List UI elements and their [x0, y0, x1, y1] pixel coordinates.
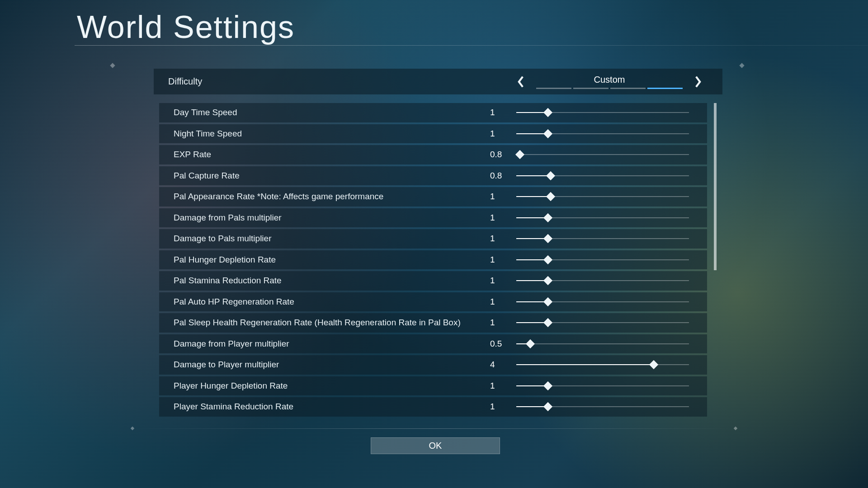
- setting-row: Night Time Speed1: [159, 124, 707, 144]
- setting-label: Pal Appearance Rate *Note: Affects game …: [174, 192, 383, 202]
- difficulty-value: Custom: [594, 75, 625, 85]
- setting-label: EXP Rate: [174, 150, 211, 160]
- slider-thumb[interactable]: [543, 276, 552, 285]
- slider-thumb[interactable]: [546, 192, 555, 201]
- setting-slider[interactable]: [516, 107, 689, 118]
- chevron-left-icon[interactable]: [514, 75, 527, 88]
- setting-row: Pal Sleep Health Regeneration Rate (Heal…: [159, 313, 707, 333]
- setting-label: Damage to Pals multiplier: [174, 234, 271, 244]
- difficulty-label: Difficulty: [168, 76, 202, 87]
- slider-thumb[interactable]: [543, 213, 552, 222]
- setting-slider[interactable]: [516, 317, 689, 328]
- settings-list: Day Time Speed1Night Time Speed1EXP Rate…: [159, 103, 712, 419]
- slider-thumb[interactable]: [543, 255, 552, 264]
- scrollbar[interactable]: [714, 103, 717, 419]
- setting-label: Pal Auto HP Regeneration Rate: [174, 297, 294, 307]
- setting-row: Damage to Pals multiplier1: [159, 229, 707, 249]
- setting-label: Night Time Speed: [174, 129, 242, 139]
- setting-row: Pal Appearance Rate *Note: Affects game …: [159, 187, 707, 206]
- setting-row: Player Stamina Reduction Rate1: [159, 397, 707, 417]
- setting-row: Pal Stamina Reduction Rate1: [159, 271, 707, 291]
- setting-label: Player Hunger Depletion Rate: [174, 381, 288, 391]
- difficulty-tick: [647, 88, 683, 89]
- slider-thumb[interactable]: [543, 297, 552, 306]
- slider-thumb[interactable]: [543, 381, 552, 390]
- slider-thumb[interactable]: [543, 234, 552, 243]
- difficulty-selector: Custom: [514, 69, 704, 94]
- setting-slider[interactable]: [516, 338, 689, 349]
- setting-label: Damage to Player multiplier: [174, 360, 279, 370]
- setting-slider[interactable]: [516, 254, 689, 265]
- setting-slider[interactable]: [516, 275, 689, 286]
- setting-slider[interactable]: [516, 380, 689, 391]
- difficulty-tick: [536, 88, 571, 89]
- slider-thumb[interactable]: [515, 150, 524, 159]
- setting-slider[interactable]: [516, 191, 689, 202]
- setting-label: Pal Hunger Depletion Rate: [174, 255, 276, 265]
- setting-label: Damage from Player multiplier: [174, 339, 289, 349]
- difficulty-row: Difficulty Custom: [154, 69, 722, 94]
- setting-label: Pal Stamina Reduction Rate: [174, 276, 282, 286]
- setting-row: Player Hunger Depletion Rate1: [159, 376, 707, 396]
- setting-row: Damage from Player multiplier0.5: [159, 334, 707, 354]
- setting-slider[interactable]: [516, 359, 689, 370]
- slider-thumb[interactable]: [526, 339, 535, 348]
- setting-row: Damage to Player multiplier4: [159, 355, 707, 375]
- slider-thumb[interactable]: [546, 171, 555, 180]
- difficulty-ticks: [536, 88, 683, 89]
- divider: [131, 428, 737, 429]
- setting-label: Damage from Pals multiplier: [174, 213, 282, 223]
- setting-label: Player Stamina Reduction Rate: [174, 402, 293, 412]
- chevron-right-icon[interactable]: [692, 75, 704, 88]
- scrollbar-thumb[interactable]: [714, 103, 717, 270]
- setting-slider[interactable]: [516, 212, 689, 223]
- slider-thumb[interactable]: [543, 129, 552, 138]
- setting-row: Day Time Speed1: [159, 103, 707, 122]
- setting-row: EXP Rate0.8: [159, 145, 707, 164]
- setting-label: Day Time Speed: [174, 108, 237, 117]
- setting-slider[interactable]: [516, 401, 689, 412]
- setting-row: Damage from Pals multiplier1: [159, 208, 707, 228]
- setting-row: Pal Capture Rate0.8: [159, 166, 707, 186]
- setting-row: Pal Hunger Depletion Rate1: [159, 250, 707, 270]
- setting-slider[interactable]: [516, 149, 689, 160]
- difficulty-tick: [610, 88, 646, 89]
- setting-row: Pal Auto HP Regeneration Rate1: [159, 292, 707, 312]
- slider-thumb[interactable]: [543, 108, 552, 117]
- slider-thumb[interactable]: [543, 318, 552, 327]
- slider-thumb[interactable]: [543, 402, 552, 411]
- setting-slider[interactable]: [516, 128, 689, 139]
- slider-thumb[interactable]: [649, 360, 658, 369]
- setting-slider[interactable]: [516, 233, 689, 244]
- ok-button[interactable]: OK: [371, 437, 500, 454]
- title-underline: [75, 45, 868, 46]
- setting-label: Pal Capture Rate: [174, 171, 240, 181]
- setting-label: Pal Sleep Health Regeneration Rate (Heal…: [174, 318, 461, 328]
- setting-slider[interactable]: [516, 170, 689, 181]
- setting-slider[interactable]: [516, 296, 689, 307]
- difficulty-tick: [573, 88, 609, 89]
- page-title: World Settings: [77, 9, 295, 45]
